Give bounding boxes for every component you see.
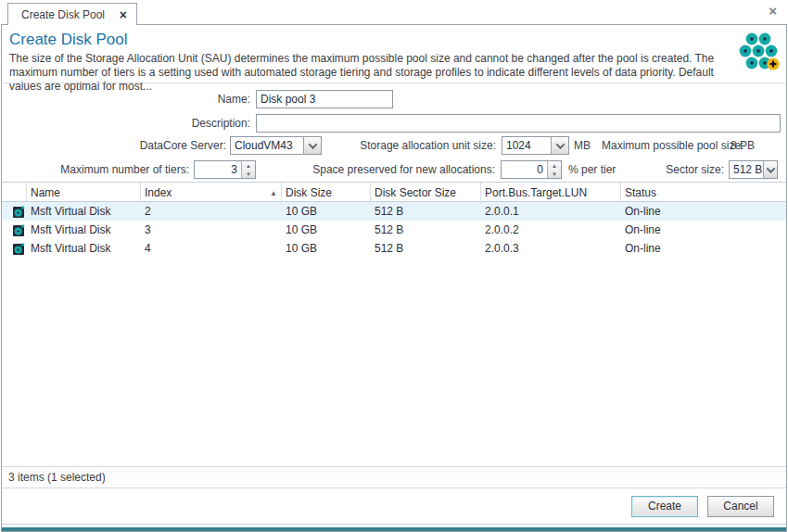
page-title: Create Disk Pool — [9, 31, 128, 49]
cancel-button[interactable]: Cancel — [707, 496, 774, 517]
tab-create-disk-pool[interactable]: Create Disk Pool × — [7, 3, 137, 25]
cell-disk-sector-size: 512 B — [371, 239, 481, 258]
tab-close-icon[interactable]: × — [120, 8, 127, 21]
spinner-down-icon[interactable]: ▼ — [548, 170, 561, 178]
column-header-port-bus-target-lun[interactable]: Port.Bus.Target.LUN — [481, 183, 621, 203]
sau-label: Storage allocation unit size: — [360, 136, 496, 155]
table-header-row: Name Index ▲ Disk Size Disk Sector Size … — [2, 182, 786, 202]
tiers-spinner-value: 3 — [195, 161, 241, 178]
cell-index: 4 — [141, 239, 282, 258]
cell-index: 2 — [141, 202, 282, 221]
sau-dropdown-value: 1024 — [502, 139, 551, 152]
cell-name: Msft Virtual Disk — [27, 221, 141, 239]
cell-name: Msft Virtual Disk — [27, 202, 141, 221]
cell-status: On-line — [621, 221, 786, 239]
virtual-disk-icon — [2, 239, 27, 258]
sau-dropdown[interactable]: 1024 — [502, 136, 569, 155]
table-row[interactable]: Msft Virtual Disk 3 10 GB 512 B 2.0.0.2 … — [2, 221, 786, 239]
cell-port-bus-target-lun: 2.0.0.1 — [481, 202, 621, 221]
tab-label: Create Disk Pool — [21, 8, 105, 21]
cell-status: On-line — [621, 202, 786, 221]
sau-unit-label: MB — [574, 136, 591, 155]
server-dropdown-value: CloudVM43 — [231, 139, 303, 152]
tab-bar: Create Disk Pool × × — [0, 0, 788, 24]
name-label: Name: — [218, 90, 250, 108]
sort-ascending-icon: ▲ — [270, 189, 277, 197]
space-unit-label: % per tier — [568, 160, 616, 179]
space-preserved-label: Space preserved for new allocations: — [312, 160, 495, 179]
max-pool-size-value: 8 PB — [731, 136, 755, 155]
column-header-index[interactable]: Index ▲ — [141, 183, 282, 203]
create-disk-pool-panel: Create Disk Pool The size of the Storage… — [1, 24, 787, 532]
cell-disk-size: 10 GB — [282, 239, 371, 258]
cell-port-bus-target-lun: 2.0.0.3 — [481, 239, 621, 258]
server-label: DataCore Server: — [140, 136, 226, 155]
column-header-name[interactable]: Name — [27, 183, 141, 203]
tiers-label: Maximum number of tiers: — [60, 160, 189, 179]
cell-port-bus-target-lun: 2.0.0.2 — [481, 221, 621, 239]
tiers-spinner[interactable]: 3 ▲ ▼ — [194, 160, 256, 179]
cell-disk-size: 10 GB — [282, 221, 371, 239]
spinner-down-icon[interactable]: ▼ — [242, 170, 255, 178]
table-row[interactable]: Msft Virtual Disk 2 10 GB 512 B 2.0.0.1 … — [2, 202, 786, 221]
create-button[interactable]: Create — [631, 496, 698, 517]
sector-size-label: Sector size: — [666, 160, 724, 179]
chevron-down-icon — [551, 137, 568, 154]
sector-dropdown-value: 512 B — [730, 163, 763, 176]
bottom-accent-band — [2, 524, 786, 531]
status-bar: 3 items (1 selected) — [2, 466, 786, 488]
table-body: Msft Virtual Disk 2 10 GB 512 B 2.0.0.1 … — [2, 202, 786, 258]
space-preserved-spinner[interactable]: 0 ▲ ▼ — [501, 160, 562, 179]
description-label: Description: — [192, 114, 250, 133]
cell-disk-sector-size: 512 B — [371, 221, 481, 239]
spinner-up-icon[interactable]: ▲ — [242, 161, 255, 170]
cell-index: 3 — [141, 221, 282, 239]
pool-settings-form: Name: Description: DataCore Server: Clou… — [2, 82, 786, 182]
virtual-disk-icon — [2, 202, 27, 221]
disk-pool-icon — [736, 32, 781, 74]
table-row[interactable]: Msft Virtual Disk 4 10 GB 512 B 2.0.0.3 … — [2, 239, 786, 258]
name-input[interactable] — [256, 90, 393, 108]
max-pool-size-label: Maximum possible pool size: — [602, 136, 744, 155]
cell-disk-sector-size: 512 B — [371, 202, 481, 221]
space-spinner-value: 0 — [502, 161, 547, 178]
sector-size-dropdown[interactable]: 512 B — [729, 160, 778, 179]
cell-status: On-line — [621, 239, 786, 258]
button-bar: Create Cancel — [2, 488, 786, 524]
chevron-down-icon — [303, 137, 321, 154]
column-header-status[interactable]: Status — [621, 183, 786, 203]
chevron-down-icon — [763, 161, 777, 178]
create-disk-pool-window: Create Disk Pool × × Create Disk Pool Th… — [0, 0, 788, 532]
available-disks-table: Name Index ▲ Disk Size Disk Sector Size … — [2, 182, 786, 466]
column-header-icon[interactable] — [2, 183, 27, 203]
column-header-disk-size[interactable]: Disk Size — [282, 183, 371, 203]
cell-name: Msft Virtual Disk — [27, 239, 141, 258]
description-input[interactable] — [256, 114, 781, 133]
spinner-up-icon[interactable]: ▲ — [548, 161, 561, 170]
server-dropdown[interactable]: CloudVM43 — [230, 136, 322, 155]
panel-close-icon[interactable]: × — [769, 4, 777, 18]
cell-disk-size: 10 GB — [282, 202, 371, 221]
column-header-disk-sector-size[interactable]: Disk Sector Size — [371, 183, 481, 203]
virtual-disk-icon — [2, 221, 27, 239]
